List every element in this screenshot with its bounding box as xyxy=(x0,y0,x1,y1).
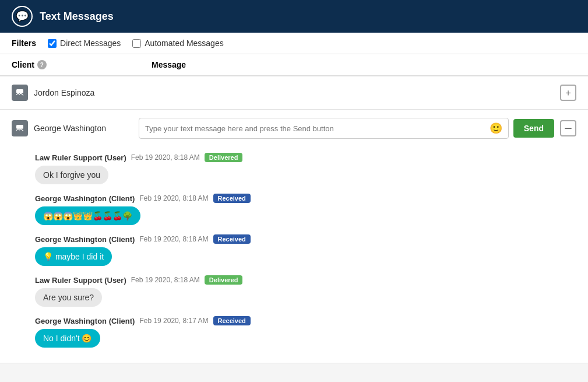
message-badge: Delivered xyxy=(205,275,243,285)
message-sender: George Washington (Client) xyxy=(35,235,135,244)
filter-automated-checkbox[interactable] xyxy=(132,39,141,48)
message-meta: George Washington (Client) Feb 19 2020, … xyxy=(35,194,576,203)
column-message: Message xyxy=(152,60,576,69)
filter-automated-label: Automated Messages xyxy=(145,38,223,48)
message-input-area: 🙂 Send xyxy=(139,118,554,139)
message-entry: Law Ruler Support (User) Feb 19 2020, 8:… xyxy=(35,275,576,307)
client-name-george: George Washington xyxy=(34,124,139,133)
message-meta: George Washington (Client) Feb 19 2020, … xyxy=(35,234,576,244)
message-meta: Law Ruler Support (User) Feb 19 2020, 8:… xyxy=(35,275,576,285)
send-button[interactable]: Send xyxy=(513,119,554,138)
message-time: Feb 19 2020, 8:18 AM xyxy=(139,235,208,243)
client-george-collapse[interactable]: ─ xyxy=(560,120,576,136)
svg-point-3 xyxy=(17,126,19,128)
message-badge: Received xyxy=(213,194,251,203)
message-input-wrap[interactable]: 🙂 xyxy=(139,118,509,139)
message-sender: George Washington (Client) xyxy=(35,194,135,203)
message-entry: George Washington (Client) Feb 19 2020, … xyxy=(35,194,576,225)
client-icon-jordon xyxy=(12,85,28,101)
message-input[interactable] xyxy=(145,124,486,133)
message-sender: George Washington (Client) xyxy=(35,317,135,325)
app-title: Text Messages xyxy=(40,10,114,23)
message-bubble: Are you sure? xyxy=(35,288,102,307)
message-bubble: 😱😱😱👑👑🍒🍒🍒🌳 xyxy=(35,206,140,225)
message-time: Feb 19 2020, 8:17 AM xyxy=(139,317,208,325)
table-header: Client ? Message xyxy=(0,54,588,76)
message-time: Feb 19 2020, 8:18 AM xyxy=(131,153,200,162)
message-sender: Law Ruler Support (User) xyxy=(35,276,126,285)
message-meta: George Washington (Client) Feb 19 2020, … xyxy=(35,316,576,325)
message-sender: Law Ruler Support (User) xyxy=(35,153,126,162)
message-time: Feb 19 2020, 8:18 AM xyxy=(131,276,200,284)
svg-point-1 xyxy=(17,90,19,92)
filter-direct-label: Direct Messages xyxy=(60,38,121,48)
message-thread-george: Law Ruler Support (User) Feb 19 2020, 8:… xyxy=(0,147,588,363)
message-badge: Received xyxy=(213,316,251,325)
message-badge: Received xyxy=(213,234,251,244)
filters-label: Filters xyxy=(12,38,36,48)
filter-automated-messages[interactable]: Automated Messages xyxy=(132,38,223,48)
expand-button-jordon[interactable]: ＋ xyxy=(560,85,576,101)
message-entry: Law Ruler Support (User) Feb 19 2020, 8:… xyxy=(35,153,576,184)
message-meta: Law Ruler Support (User) Feb 19 2020, 8:… xyxy=(35,153,576,162)
message-entry: George Washington (Client) Feb 19 2020, … xyxy=(35,316,576,348)
client-row-george: George Washington 🙂 Send ─ Law Ruler Sup… xyxy=(0,110,588,363)
client-help-icon[interactable]: ? xyxy=(37,60,47,69)
client-jordon-expand[interactable]: ＋ xyxy=(560,85,576,101)
message-entry: George Washington (Client) Feb 19 2020, … xyxy=(35,234,576,266)
client-row-jordon: Jordon Espinoza ＋ xyxy=(0,76,588,110)
message-bubble: Ok I forgive you xyxy=(35,166,108,184)
message-bubble: 💡 maybe I did it xyxy=(35,247,112,266)
column-client: Client ? xyxy=(12,60,140,69)
app-logo-icon: 💬 xyxy=(12,6,33,27)
message-badge: Delivered xyxy=(205,153,243,162)
collapse-button-george[interactable]: ─ xyxy=(560,120,576,136)
client-name-jordon: Jordon Espinoza xyxy=(34,88,139,97)
message-bubble: No I didn't 😊 xyxy=(35,329,100,348)
client-icon-george xyxy=(12,120,28,136)
app-header: 💬 Text Messages xyxy=(0,0,588,33)
filter-direct-messages[interactable]: Direct Messages xyxy=(48,38,121,48)
filter-direct-checkbox[interactable] xyxy=(48,39,57,48)
message-time: Feb 19 2020, 8:18 AM xyxy=(139,194,208,202)
emoji-picker-icon[interactable]: 🙂 xyxy=(490,122,502,135)
filter-bar: Filters Direct Messages Automated Messag… xyxy=(0,33,588,54)
